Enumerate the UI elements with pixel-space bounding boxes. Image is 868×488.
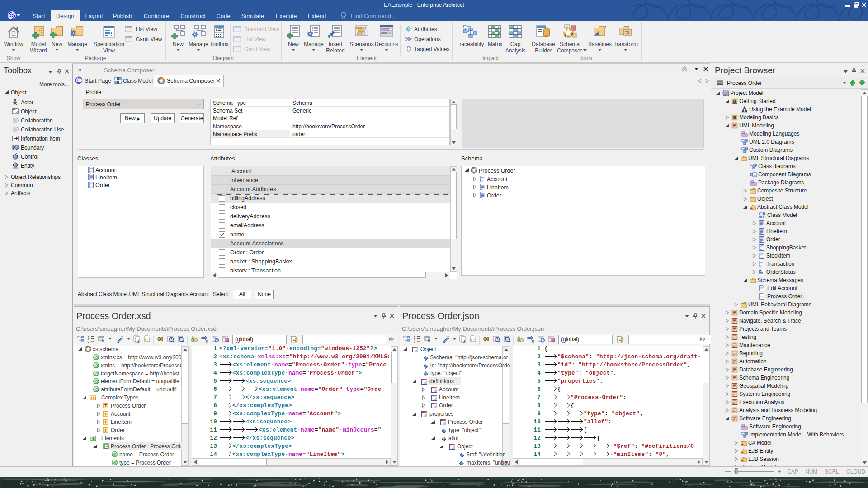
svg-text:E: E [105,444,108,449]
svg-text:3: 3 [414,340,415,343]
svg-text:T: T [104,403,107,408]
svg-text:T: T [104,427,107,432]
svg-text:@: @ [94,379,99,384]
svg-text:3: 3 [88,340,90,343]
svg-text:<E>: <E> [90,436,96,441]
svg-text:<T>: <T> [90,396,96,400]
svg-text:@: @ [113,452,117,457]
svg-text:@: @ [94,363,99,368]
svg-text:@: @ [113,460,117,465]
svg-text:T: T [104,419,107,424]
svg-text:T: T [104,411,107,416]
svg-text:C: C [754,173,756,176]
svg-text:@: @ [94,371,99,376]
svg-text:@: @ [94,387,99,392]
svg-text:@: @ [94,355,99,360]
